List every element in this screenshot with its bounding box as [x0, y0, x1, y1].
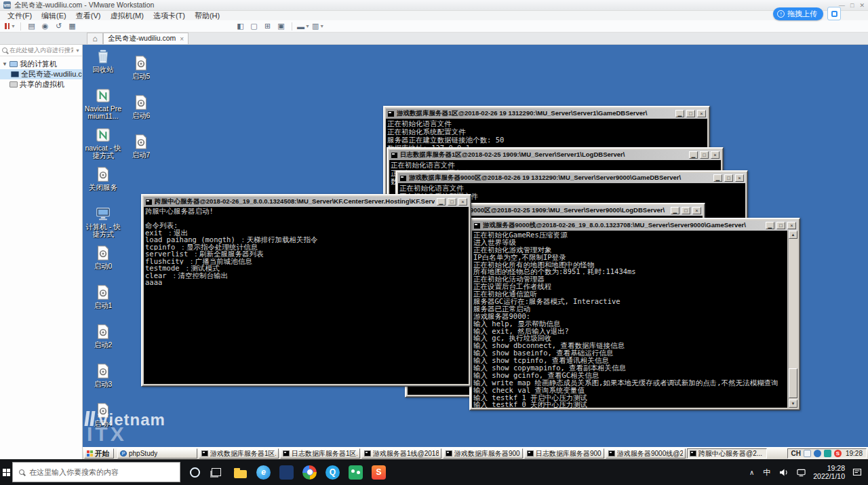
send-ctrl-alt-del-button[interactable]: ▤: [26, 21, 37, 31]
action-center-icon[interactable]: [852, 467, 863, 477]
desktop-icon[interactable]: Navicat Premium11...: [84, 87, 122, 126]
volume-icon[interactable]: [779, 468, 789, 477]
cortana-icon[interactable]: [190, 467, 200, 478]
maximize-button[interactable]: □: [448, 198, 456, 206]
close-button[interactable]: ×: [692, 207, 701, 214]
menu-item[interactable]: 编辑(E): [37, 11, 71, 20]
desktop-icon[interactable]: 启动3: [84, 362, 122, 402]
network-icon[interactable]: [796, 468, 806, 477]
menu-item[interactable]: 虚拟机(M): [105, 11, 149, 20]
minimize-button[interactable]: ▁: [437, 198, 446, 206]
take-snapshot-button[interactable]: ◉: [39, 21, 51, 31]
vm-display[interactable]: 回收站Navicat Premium11...navicat - 快捷方式关闭服…: [83, 45, 868, 459]
close-button[interactable]: ×: [787, 222, 796, 229]
vm-taskbar-button[interactable]: 日志数据库服务器1区...: [280, 448, 360, 459]
sogou-icon[interactable]: S: [372, 465, 386, 480]
keyboard-icon[interactable]: [804, 450, 811, 457]
vmware-titlebar[interactable]: vm 全民奇迹-wudiliu.com - VMware Workstation…: [0, 0, 868, 11]
capture-tool-button[interactable]: [827, 7, 841, 20]
vm-taskbar-button[interactable]: 游戏服务器9000线@20...: [606, 448, 686, 459]
manage-snapshots-button[interactable]: ▦: [66, 21, 78, 31]
menu-item[interactable]: 选项卡(T): [149, 11, 190, 20]
tab-vm[interactable]: 全民奇迹-wudiliu.com ×: [103, 33, 189, 44]
console-output[interactable]: 正在初始化GameRes压缩资源进入世界等级正在初始化游戏管理对象IP白名单为空…: [472, 231, 787, 408]
desktop-icon[interactable]: navicat - 快捷方式: [84, 126, 122, 166]
tray-app-icon[interactable]: [824, 450, 831, 457]
close-button[interactable]: ×: [735, 174, 744, 182]
qq-icon[interactable]: Q: [326, 465, 340, 480]
minimize-button[interactable]: ▁: [689, 151, 698, 159]
maximize-button[interactable]: □: [686, 110, 695, 117]
console-window-kfcenter[interactable]: 跨服中心服务器@2018-02-26_19_8.0.0.1324508:\MU_…: [141, 194, 471, 387]
display-dropdown-button[interactable]: ▬▼: [297, 21, 310, 31]
vm-start-button[interactable]: 开始: [84, 448, 114, 459]
revert-snapshot-button[interactable]: ↺: [53, 21, 64, 31]
minimize-button[interactable]: ▁: [713, 174, 722, 182]
edge-browser-icon[interactable]: e: [256, 465, 271, 480]
tree-item-vm[interactable]: 全民奇迹-wudiliu.com: [0, 69, 82, 79]
desktop-icon[interactable]: 启动6: [122, 94, 160, 133]
scroll-down-icon[interactable]: ▼: [789, 400, 797, 408]
close-button[interactable]: ✕: [859, 2, 865, 9]
close-button[interactable]: ×: [458, 198, 467, 206]
vm-taskbar-button[interactable]: 跨服中心服务器@2...: [687, 448, 767, 459]
console-titlebar[interactable]: 跨服中心服务器@2018-02-26_19_8.0.0.1324508:\MU_…: [144, 197, 469, 207]
close-button[interactable]: ×: [711, 151, 719, 159]
home-tab[interactable]: ⌂: [87, 33, 103, 44]
ime-indicator[interactable]: 中: [761, 467, 772, 478]
desktop-icon[interactable]: 启动1: [84, 284, 122, 323]
menu-item[interactable]: 帮助(H): [190, 11, 224, 20]
maximize-button[interactable]: □: [850, 2, 854, 9]
desktop-icon[interactable]: 启动5: [122, 54, 160, 94]
sogou-input-icon[interactable]: S: [834, 450, 842, 457]
maximize-button[interactable]: □: [682, 207, 690, 214]
vm-taskbar-button[interactable]: PphpStudy: [117, 448, 197, 459]
desktop-icon[interactable]: 启动7: [122, 133, 160, 172]
menu-item[interactable]: 查看(V): [71, 11, 106, 20]
wechat-icon[interactable]: [349, 465, 363, 480]
clock[interactable]: 19:28 2022/1/10: [813, 464, 845, 481]
console-titlebar[interactable]: 日志数据库服务器1区@2018-02-25 1909:\MU_Server\Se…: [389, 150, 721, 160]
console-view-button[interactable]: ▢: [248, 21, 260, 31]
collapse-icon[interactable]: ▼: [2, 61, 7, 67]
vm-taskbar-button[interactable]: 游戏数据库服务器900...: [443, 448, 523, 459]
maximize-button[interactable]: □: [724, 174, 733, 182]
show-library-button[interactable]: ◧: [235, 21, 246, 31]
console-titlebar[interactable]: 游戏服务器9000线@2018-02-26_19_8.0.0.1323708:\…: [472, 220, 797, 231]
console-titlebar[interactable]: 游戏数据库服务器9000区@2018-02-26 19 1312290:\MU_…: [398, 173, 745, 183]
fullscreen-button[interactable]: ⊞: [262, 21, 273, 31]
close-button[interactable]: ×: [697, 110, 706, 117]
layout-dropdown-button[interactable]: ▥▼: [312, 21, 324, 31]
minimize-button[interactable]: ▁: [671, 207, 679, 214]
console-titlebar[interactable]: 游戏数据库服务器1区@2018-02-26 19 1312290:\MU_Ser…: [386, 109, 707, 119]
host-start-button[interactable]: [0, 459, 12, 485]
file-explorer-icon[interactable]: [233, 465, 248, 480]
vm-taskbar-button[interactable]: 游戏服务器1线@2018-...: [361, 448, 441, 459]
tree-item-shared-vms[interactable]: 共享的虚拟机: [0, 79, 82, 90]
pause-vm-button[interactable]: ▼: [4, 21, 16, 31]
language-indicator[interactable]: CH: [791, 450, 801, 457]
desktop-icon[interactable]: 启动0: [84, 244, 122, 284]
maximize-button[interactable]: □: [776, 222, 785, 229]
scrollbar[interactable]: ▲ ▼: [788, 231, 797, 408]
desktop-icon[interactable]: 回收站: [84, 47, 122, 87]
scroll-up-icon[interactable]: ▲: [789, 231, 797, 239]
desktop-icon[interactable]: 关闭服务: [84, 166, 122, 205]
app-icon[interactable]: [279, 465, 294, 480]
minimize-button[interactable]: ▁: [766, 222, 774, 229]
taskbar-search-box[interactable]: 在这里输入你要搜索的内容: [12, 462, 180, 482]
task-view-icon[interactable]: [212, 468, 221, 476]
upload-button[interactable]: ↑ 拖拽上传: [773, 7, 823, 20]
menu-item[interactable]: 文件(F): [3, 11, 37, 20]
library-search-box[interactable]: 在此处键入内容进行搜索 ▼: [0, 45, 82, 56]
desktop-icon[interactable]: 计算机 - 快捷方式: [84, 205, 122, 244]
desktop-icon[interactable]: 启动2: [84, 323, 122, 362]
maximize-button[interactable]: □: [700, 151, 709, 159]
tab-close-icon[interactable]: ×: [180, 35, 184, 43]
chrome-icon[interactable]: [302, 465, 317, 480]
minimize-button[interactable]: ▁: [675, 110, 684, 117]
tray-expand-icon[interactable]: ∧: [749, 469, 754, 476]
unity-mode-button[interactable]: ▣: [275, 21, 287, 31]
vm-taskbar-button[interactable]: 游戏数据库服务器1区...: [199, 448, 279, 459]
console-window-gameserver9000[interactable]: 游戏服务器9000线@2018-02-26_19_8.0.0.1323708:\…: [469, 218, 800, 410]
